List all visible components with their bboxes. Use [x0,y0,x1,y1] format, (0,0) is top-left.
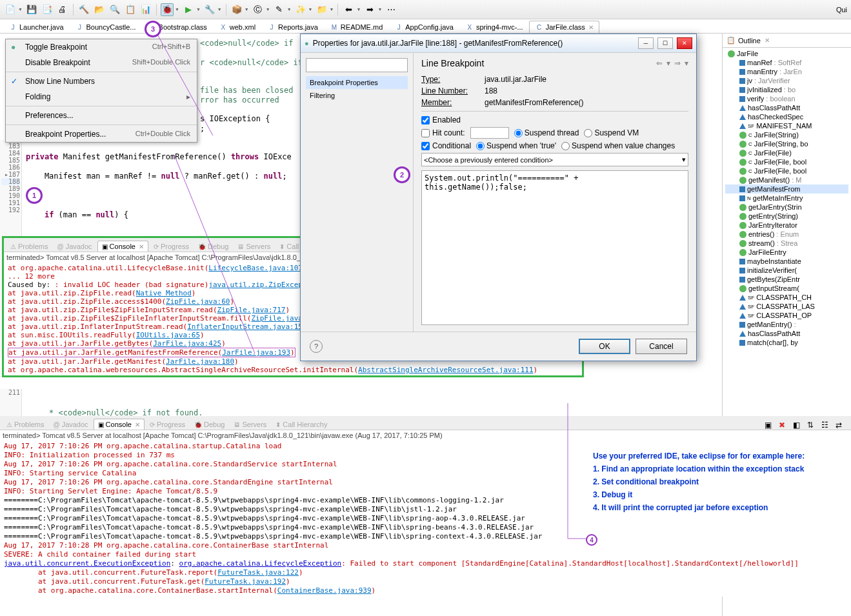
folder-icon[interactable]: 📁 [315,3,328,16]
run-icon[interactable]: ▶ [182,3,195,16]
view-tab-servers[interactable]: 🖥Servers [234,241,274,252]
suspend-change-radio[interactable]: Suspend when value changes [561,141,675,150]
outline-item[interactable]: SFCLASSPATH_LAS [725,302,848,311]
outline-item[interactable]: hasCheckedSpec [725,112,848,121]
outline-item[interactable]: initializeVerifier( [725,266,848,275]
help-icon[interactable]: ? [310,340,323,353]
ctx-folding[interactable]: Folding▸ [6,89,197,104]
suspend-vm-radio[interactable]: Suspend VM [584,128,639,137]
close-icon[interactable]: ✕ [588,24,594,31]
stack-link[interactable]: InflaterInputStream.java:158 [187,323,306,331]
view-tab-servers[interactable]: 🖥Servers [230,419,270,430]
outline-item[interactable]: jvInitialized: bo [725,85,848,94]
open-type-icon[interactable]: 📂 [93,3,106,16]
collapse-icon[interactable]: ▣ [762,419,774,431]
minimize-button[interactable]: ─ [638,37,654,49]
outline-item[interactable]: getBytes(ZipEntr [725,275,848,284]
close-icon[interactable]: ✕ [139,243,144,250]
hitcount-checkbox[interactable]: Hit count: [421,128,465,137]
outline-item[interactable]: JarFile [725,49,848,58]
view-tab-javadoc[interactable]: @Javadoc [53,241,95,252]
view-tab-console[interactable]: ▣Console ✕ [94,419,145,430]
editor-tab[interactable]: JAppConfig.java [388,21,459,33]
filter-input[interactable] [306,58,408,72]
outline-item[interactable]: verify: boolean [725,94,848,103]
forward-icon[interactable]: ➡ [363,3,376,16]
outline-item[interactable]: maybeInstantiate [725,257,848,266]
outline-item[interactable]: getManifestFrom [725,184,848,194]
outline-item[interactable]: CJarFile(File, bool [725,157,848,166]
outline-item[interactable]: CJarFile(File) [725,148,848,157]
stack-link[interactable]: ContainerBase.java:939 [277,586,372,595]
cancel-button[interactable]: Cancel [636,339,687,354]
stack-link[interactable]: JarFile.java:180 [166,357,234,366]
stack-link[interactable]: ZipFile.java:60 [166,297,230,306]
stack-link[interactable]: JarFile.java:193 [222,348,290,357]
ctx-preferences[interactable]: Preferences... [6,108,197,123]
conditional-checkbox[interactable]: Conditional [421,141,471,150]
outline-icon[interactable]: 📋 [124,3,137,16]
outline-item[interactable]: NgetMetaInfEntry [725,194,848,203]
outline-item[interactable]: getJarEntry(Strin [725,203,848,212]
outline-item[interactable]: CJarFile(File, bool [725,166,848,175]
open-task-icon[interactable]: ✎ [273,3,286,16]
more-icon[interactable]: ⋯ [385,3,397,16]
quick-access[interactable]: Qui [836,6,847,14]
new-icon[interactable]: 📄 [4,3,17,16]
stack-link[interactable]: JarFile.java:425 [153,339,221,348]
outline-item[interactable]: JarEntryIterator [725,221,848,230]
stack-link[interactable]: IOUtils.java:65 [136,331,200,339]
new-package-icon[interactable]: 📦 [230,3,243,16]
outline-item[interactable]: CJarFile(String) [725,130,848,139]
nav-fwd-icon[interactable]: ⇒ [674,59,681,68]
view-tab-progress[interactable]: ⟳Progress [146,419,189,430]
outline-item[interactable]: match(char[], by [725,338,848,347]
close-icon[interactable]: ✕ [135,421,140,428]
debug-icon[interactable]: 🐞 [161,3,174,16]
outline-item[interactable]: hasClassPathAtt [725,103,848,112]
outline-item[interactable]: CJarFile(String, bo [725,139,848,148]
suspend-true-radio[interactable]: Suspend when 'true' [476,141,556,150]
editor-tab[interactable]: CJarFile.class✕ [529,21,599,33]
editor-tab[interactable]: JBouncyCastle... [70,21,142,33]
enabled-checkbox[interactable]: Enabled [421,115,461,124]
outline-item[interactable]: jv: JarVerifier [725,76,848,85]
stack-link[interactable]: FutureTask.java:192 [205,577,286,586]
editor-tab[interactable]: Xspring4-mvc-... [459,21,529,33]
hitcount-input[interactable] [470,127,509,139]
view-tab-debug[interactable]: 🐞Debug [194,241,232,252]
search-icon[interactable]: 🔍 [108,3,121,16]
nav-back-icon[interactable]: ⇐ [656,59,663,68]
outline-item[interactable]: getEntry(String) [725,212,848,221]
suspend-thread-radio[interactable]: Suspend thread [514,128,579,137]
print-icon[interactable]: 🖨 [56,3,69,16]
ok-button[interactable]: OK [579,339,630,354]
view-tab-console[interactable]: ▣Console ✕ [97,241,148,252]
view-tab-javadoc[interactable]: @Javadoc [49,419,92,430]
outline-item[interactable]: manRef: SoftRef [725,58,848,67]
outline-item[interactable]: JarFileEntry [725,248,848,257]
outline-item[interactable]: stream(): Strea [725,239,848,248]
close-icon[interactable]: ✕ [765,37,770,44]
outline-item[interactable]: SFMANIFEST_NAM [725,121,848,130]
outline-item[interactable]: SFCLASSPATH_CH [725,293,848,302]
outline-item[interactable]: manEntry: JarEn [725,67,848,76]
ctx-disable-breakpoint[interactable]: Disable BreakpointShift+Double Click [6,55,197,70]
save-icon[interactable]: 💾 [25,3,38,16]
editor-tab[interactable]: MREADME.md [324,21,388,33]
ext-tools-icon[interactable]: 🔧 [203,3,216,16]
sort-icon[interactable]: ⇅ [805,419,816,431]
tree-breakpoint-properties[interactable]: Breakpoint Properties [306,76,408,89]
new-class-icon[interactable]: Ⓒ [252,3,265,16]
remove-icon[interactable]: ✖ [776,419,788,431]
ctx-show-line-numbers[interactable]: ✓ Show Line Numbers [6,74,197,89]
view-tab-problems[interactable]: ⚠Problems [3,419,48,430]
ctx-breakpoint-properties[interactable]: Breakpoint Properties...Ctrl+Double Clic… [6,126,197,142]
filter-icon[interactable]: ☷ [819,419,830,431]
editor-tab[interactable]: JLauncher.java [3,21,70,33]
back-icon[interactable]: ⬅ [342,3,355,16]
outline-item[interactable]: entries(): Enum [725,230,848,239]
outline-item[interactable]: getManifest(): M [725,175,848,184]
link-icon[interactable]: ⇄ [833,419,845,431]
maximize-button[interactable]: ☐ [657,37,673,49]
